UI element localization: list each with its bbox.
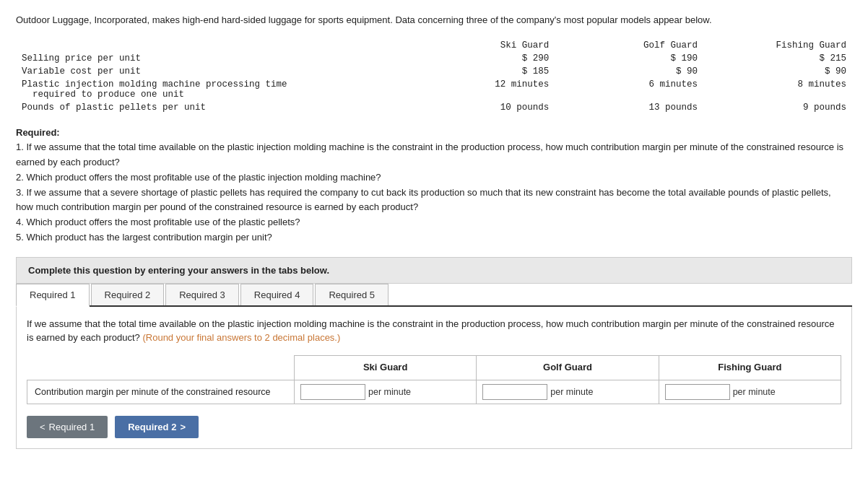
table-row: Variable cost per unit $ 185 $ 90 $ 90 [16, 65, 852, 78]
complete-bar-text: Complete this question by entering your … [28, 265, 329, 276]
ski-variable: $ 185 [406, 65, 555, 78]
cm-golf-cell: per minute [477, 380, 659, 404]
row-label-pounds: Pounds of plastic pellets per unit [16, 101, 406, 114]
fishing-selling: $ 215 [703, 52, 852, 65]
fishing-variable: $ 90 [703, 65, 852, 78]
tabs-container: Required 1 Required 2 Required 3 Require… [16, 284, 852, 307]
intro-text: Outdoor Luggage, Incorporated, makes hig… [16, 13, 846, 27]
golf-unit-label: per minute [550, 385, 593, 399]
row-label-plastic: Plastic injection molding machine proces… [16, 78, 406, 101]
tab-required-5[interactable]: Required 5 [315, 284, 389, 305]
ski-pounds: 10 pounds [406, 101, 555, 114]
empty-col [27, 355, 295, 380]
next-label: Required 2 [128, 422, 176, 432]
fishing-plastic: 8 minutes [703, 78, 852, 101]
req-item-3: 3. If we assume that a severe shortage o… [16, 187, 831, 213]
row-label-selling: Selling price per unit [16, 52, 406, 65]
round-note: (Round your final answers to 2 decimal p… [142, 332, 340, 343]
fishing-unit-label: per minute [733, 385, 776, 399]
req-item-5: 5. Which product has the largest contrib… [16, 232, 272, 243]
golf-pounds: 13 pounds [555, 101, 703, 114]
tab-required-1[interactable]: Required 1 [16, 284, 90, 307]
data-table: Ski Guard Golf Guard Fishing Guard Selli… [16, 39, 852, 114]
row-label-variable: Variable cost per unit [16, 65, 406, 78]
col-header-fishing: Fishing Guard [703, 39, 852, 52]
tab-content-required-1: If we assume that the total time availab… [16, 307, 852, 449]
answer-col-ski: Ski Guard [295, 355, 477, 380]
required-heading: Required: [16, 127, 60, 138]
answer-col-golf: Golf Guard [477, 355, 659, 380]
prev-button[interactable]: < Required 1 [27, 416, 108, 438]
tab-required-2[interactable]: Required 2 [91, 284, 165, 305]
cm-fishing-input[interactable] [665, 384, 730, 400]
prev-label: Required 1 [49, 422, 95, 432]
table-row: Selling price per unit $ 290 $ 190 $ 215 [16, 52, 852, 65]
table-row: Pounds of plastic pellets per unit 10 po… [16, 101, 852, 114]
table-header-row: Ski Guard Golf Guard Fishing Guard [16, 39, 852, 52]
golf-selling: $ 190 [555, 52, 703, 65]
complete-bar: Complete this question by entering your … [16, 257, 852, 284]
tab-required-3[interactable]: Required 3 [165, 284, 239, 305]
nav-buttons: < Required 1 Required 2 > [27, 416, 841, 438]
tab-instruction: If we assume that the total time availab… [27, 317, 841, 345]
col-header-ski: Ski Guard [406, 39, 555, 52]
golf-plastic: 6 minutes [555, 78, 703, 101]
table-row: Plastic injection molding machine proces… [16, 78, 852, 101]
cm-golf-input[interactable] [482, 384, 547, 400]
ski-unit-label: per minute [368, 385, 411, 399]
empty-header [16, 39, 406, 52]
required-section: Required: 1. If we assume that the total… [16, 126, 846, 245]
answer-row-cm: Contribution margin per minute of the co… [27, 380, 841, 404]
answer-table-header: Ski Guard Golf Guard Fishing Guard [27, 355, 841, 380]
next-icon: > [180, 422, 186, 432]
ski-selling: $ 290 [406, 52, 555, 65]
ski-plastic: 12 minutes [406, 78, 555, 101]
req-item-4: 4. Which product offers the most profita… [16, 217, 300, 227]
req-item-1: 1. If we assume that the total time avai… [16, 141, 843, 167]
next-button[interactable]: Required 2 > [115, 416, 199, 438]
col-header-golf: Golf Guard [555, 39, 703, 52]
answer-table: Ski Guard Golf Guard Fishing Guard Contr… [27, 355, 841, 404]
req-item-2: 2. Which product offers the most profita… [16, 172, 381, 183]
cm-ski-cell: per minute [295, 380, 477, 404]
cm-fishing-cell: per minute [659, 380, 841, 404]
prev-icon: < [40, 422, 45, 432]
cm-ski-input[interactable] [300, 384, 365, 400]
golf-variable: $ 90 [555, 65, 703, 78]
fishing-pounds: 9 pounds [703, 101, 852, 114]
cm-row-label: Contribution margin per minute of the co… [27, 380, 295, 404]
tab-required-4[interactable]: Required 4 [240, 284, 314, 305]
answer-col-fishing: Fishing Guard [659, 355, 841, 380]
